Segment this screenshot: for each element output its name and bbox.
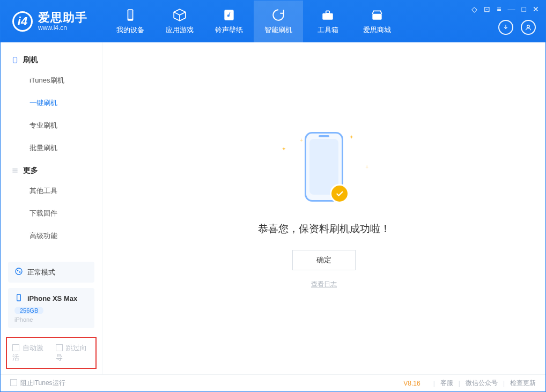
checkbox-auto-activate[interactable]: 自动激活 <box>12 343 47 363</box>
minimize-icon[interactable]: — <box>508 5 515 13</box>
menu-list-icon <box>11 167 19 174</box>
nav-label: 工具箱 <box>318 25 338 35</box>
nav-store[interactable]: 爱思商城 <box>352 1 402 42</box>
status-bar: 阻止iTunes运行 V8.16 | 客服 | 微信公众号 | 检查更新 <box>1 374 545 391</box>
sidebar-group-title: 刷机 <box>23 55 38 65</box>
svg-rect-1 <box>128 10 132 19</box>
device-storage-badge: 256GB <box>14 307 43 314</box>
nav-ringtones[interactable]: 铃声壁纸 <box>204 1 254 42</box>
music-icon <box>222 8 236 22</box>
maximize-icon[interactable]: □ <box>522 5 526 13</box>
app-header: i4 爱思助手 www.i4.cn 我的设备 应用游戏 铃声壁纸 <box>1 1 545 42</box>
sidebar-item-download-firmware[interactable]: 下载固件 <box>1 202 102 225</box>
footer-link-support[interactable]: 客服 <box>440 379 453 388</box>
phone-illustration-icon <box>305 132 343 202</box>
footer-link-wechat[interactable]: 微信公众号 <box>466 379 498 388</box>
feedback-icon[interactable]: ⊡ <box>484 5 490 13</box>
device-icon <box>14 293 23 304</box>
status-mode-label: 正常模式 <box>27 268 55 277</box>
app-logo: i4 爱思助手 www.i4.cn <box>1 1 98 42</box>
nav-my-device[interactable]: 我的设备 <box>106 1 155 42</box>
success-panel: ✦ + ✦ + 恭喜您，保资料刷机成功啦！ 确定 查看日志 <box>258 128 390 289</box>
device-name: iPhone XS Max <box>27 294 77 302</box>
svg-rect-5 <box>372 14 381 20</box>
view-log-link[interactable]: 查看日志 <box>311 280 337 288</box>
success-illustration: ✦ + ✦ + <box>278 132 370 212</box>
sidebar-group-title: 更多 <box>23 166 38 175</box>
svg-point-10 <box>19 271 21 273</box>
download-manager-button[interactable] <box>498 20 513 35</box>
svg-point-8 <box>16 268 22 275</box>
highlighted-options: 自动激活 跳过向导 <box>6 337 97 369</box>
nav-flash[interactable]: 智能刷机 <box>254 1 303 42</box>
app-name-cn: 爱思助手 <box>38 11 87 24</box>
footer-link-update[interactable]: 检查更新 <box>510 379 536 388</box>
nav-apps-games[interactable]: 应用游戏 <box>155 1 204 42</box>
nav-label: 爱思商城 <box>363 25 391 35</box>
sidebar-item-advanced[interactable]: 高级功能 <box>1 225 102 247</box>
phone-icon <box>123 8 137 22</box>
svg-rect-3 <box>322 13 333 20</box>
ok-button[interactable]: 确定 <box>292 250 356 270</box>
checkmark-icon <box>330 184 349 203</box>
device-type: iPhone <box>14 316 88 323</box>
sidebar-group-flash: 刷机 <box>1 49 102 69</box>
header-right-buttons <box>498 20 536 35</box>
sidebar-item-pro-flash[interactable]: 专业刷机 <box>1 114 102 137</box>
refresh-icon <box>271 8 285 22</box>
checkbox-skip-setup[interactable]: 跳过向导 <box>56 343 91 363</box>
svg-rect-7 <box>13 57 17 63</box>
sidebar-item-itunes-flash[interactable]: iTunes刷机 <box>1 69 102 92</box>
svg-point-9 <box>17 270 19 271</box>
checkbox-icon <box>56 344 63 351</box>
menu-icon[interactable]: ≡ <box>497 5 501 13</box>
sidebar: 刷机 iTunes刷机 一键刷机 专业刷机 批量刷机 更多 其他工具 下载固件 … <box>1 42 102 374</box>
sidebar-item-other-tools[interactable]: 其他工具 <box>1 180 102 202</box>
cube-icon <box>173 8 187 22</box>
sidebar-group-more: 更多 <box>1 159 102 180</box>
close-icon[interactable]: ✕ <box>533 5 539 13</box>
store-icon <box>370 8 384 22</box>
version-label: V8.16 <box>403 380 420 387</box>
skin-icon[interactable]: ◇ <box>471 5 477 13</box>
top-nav: 我的设备 应用游戏 铃声壁纸 智能刷机 工具箱 <box>106 1 402 42</box>
mode-icon <box>14 267 23 277</box>
logo-icon: i4 <box>12 11 33 32</box>
sidebar-item-oneclick-flash[interactable]: 一键刷机 <box>1 92 102 114</box>
nav-label: 智能刷机 <box>264 25 292 35</box>
sidebar-item-batch-flash[interactable]: 批量刷机 <box>1 137 102 159</box>
nav-label: 我的设备 <box>116 25 144 35</box>
svg-point-6 <box>527 25 530 28</box>
main-content: ✦ + ✦ + 恭喜您，保资料刷机成功啦！ 确定 查看日志 <box>102 42 545 374</box>
svg-rect-11 <box>17 294 21 301</box>
account-button[interactable] <box>521 20 536 35</box>
toolbox-icon <box>321 8 335 22</box>
window-controls: ◇ ⊡ ≡ — □ ✕ <box>471 5 539 13</box>
nav-label: 铃声壁纸 <box>215 25 243 35</box>
nav-label: 应用游戏 <box>166 25 194 35</box>
device-card[interactable]: iPhone XS Max 256GB iPhone <box>8 288 94 328</box>
device-outline-icon <box>11 56 19 64</box>
svg-rect-4 <box>326 11 330 13</box>
app-name-en: www.i4.cn <box>38 25 87 32</box>
status-mode-card[interactable]: 正常模式 <box>8 262 94 283</box>
nav-toolbox[interactable]: 工具箱 <box>303 1 352 42</box>
checkbox-block-itunes[interactable]: 阻止iTunes运行 <box>10 379 65 388</box>
checkbox-icon <box>10 379 17 386</box>
success-title: 恭喜您，保资料刷机成功啦！ <box>258 222 390 236</box>
checkbox-icon <box>12 344 19 351</box>
